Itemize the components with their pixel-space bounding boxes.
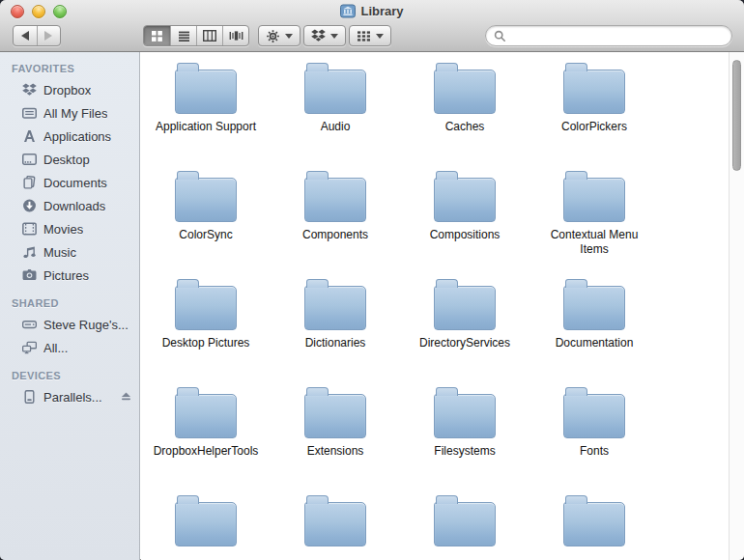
library-folder-icon [340, 4, 356, 18]
folder-icon [175, 394, 237, 438]
eject-icon[interactable] [121, 392, 131, 402]
back-button[interactable] [14, 26, 37, 45]
folder-label: Desktop Pictures [162, 336, 250, 350]
search-field[interactable] [485, 25, 732, 46]
scrollbar[interactable] [729, 52, 744, 560]
zoom-button[interactable] [53, 5, 67, 18]
back-arrow-icon [21, 31, 29, 41]
folder-label: Filesystems [434, 444, 495, 459]
sidebar-item[interactable]: Downloads [0, 194, 139, 217]
coverflow-view-button[interactable] [222, 26, 248, 45]
folder-icon [434, 286, 496, 330]
folder-item[interactable]: Documentation [529, 272, 659, 380]
icon-view-button[interactable] [144, 26, 170, 45]
traffic-lights [11, 5, 67, 18]
sidebar-item[interactable]: Dropbox [0, 78, 139, 101]
folder-item[interactable]: DirectoryServices [400, 272, 529, 380]
folder-label: DirectoryServices [419, 336, 510, 350]
folder-item[interactable]: Application Support [141, 56, 271, 164]
folder-icon [304, 502, 366, 546]
folder-icon [563, 70, 625, 114]
coverflow-view-icon [229, 30, 243, 42]
column-view-button[interactable] [196, 26, 222, 45]
dropdown-caret-icon [376, 34, 384, 39]
sidebar-item[interactable]: Music [0, 240, 139, 264]
sidebar-item[interactable]: All... [0, 336, 139, 359]
sidebar-item[interactable]: Pictures [0, 264, 139, 287]
sidebar-item[interactable]: Movies [0, 217, 139, 240]
folder-item[interactable] [141, 489, 271, 560]
applications-icon [21, 129, 37, 143]
sidebar: FAVORITES Dropbox All My Files [0, 52, 140, 560]
search-icon [494, 30, 506, 42]
scrollbar-thumb[interactable] [732, 60, 741, 171]
folder-view: Application Support Audio Caches ColorPi… [141, 52, 730, 560]
folder-item[interactable]: ColorSync [141, 164, 271, 272]
sidebar-item[interactable]: Applications [0, 125, 139, 148]
dropbox-menu-button[interactable] [303, 25, 346, 46]
folder-item[interactable] [400, 489, 529, 560]
sidebar-section-favorites: FAVORITES Dropbox All My Files [0, 61, 139, 287]
folder-icon [175, 178, 237, 222]
action-menu-button[interactable] [258, 25, 300, 46]
forward-arrow-icon [44, 31, 52, 41]
dropdown-caret-icon [330, 34, 338, 39]
folder-item[interactable]: Audio [271, 56, 400, 164]
close-button[interactable] [11, 5, 24, 18]
sidebar-section-header: DEVICES [0, 368, 139, 385]
folder-item[interactable]: Desktop Pictures [141, 272, 271, 380]
window-chrome: Library [0, 0, 744, 52]
arrange-menu-button[interactable] [349, 25, 391, 46]
sidebar-item[interactable]: Documents [0, 171, 139, 194]
folder-label: Contextual Menu Items [537, 228, 651, 257]
documents-icon [21, 176, 37, 189]
forward-button[interactable] [37, 26, 60, 45]
sidebar-item[interactable]: Steve Ruge's... [0, 313, 139, 336]
nav-buttons [13, 25, 61, 46]
list-view-icon [178, 30, 190, 42]
sidebar-item[interactable]: Parallels... [0, 385, 139, 408]
folder-label: Application Support [156, 120, 256, 134]
folder-item[interactable]: Dictionaries [271, 272, 400, 380]
folder-item[interactable]: Fonts [529, 380, 659, 489]
folder-item[interactable]: Caches [400, 56, 529, 164]
sidebar-item-label: Pictures [43, 268, 89, 283]
sidebar-section-header: SHARED [0, 295, 139, 313]
folder-item[interactable] [529, 489, 659, 560]
sidebar-item[interactable]: All My Files [0, 101, 139, 125]
folder-item[interactable]: ColorPickers [529, 56, 659, 164]
folder-item[interactable]: Contextual Menu Items [529, 164, 659, 272]
sidebar-item[interactable]: Desktop [0, 148, 139, 171]
music-icon [21, 245, 37, 259]
folder-label: Extensions [307, 444, 364, 459]
dropdown-caret-icon [285, 34, 293, 39]
sidebar-item-label: Music [43, 245, 76, 260]
folder-item[interactable]: Filesystems [400, 380, 529, 489]
sidebar-item-label: Documents [43, 176, 107, 190]
sidebar-item-label: Desktop [43, 153, 90, 167]
folder-item[interactable]: Components [271, 164, 400, 272]
folder-item[interactable] [271, 489, 400, 560]
minimize-button[interactable] [32, 5, 45, 18]
folder-item[interactable]: Extensions [271, 380, 400, 489]
search-input[interactable] [510, 28, 724, 44]
window-title: Library [360, 4, 403, 18]
list-view-button[interactable] [170, 26, 196, 45]
folder-item[interactable]: DropboxHelperTools [141, 380, 271, 489]
folder-icon [563, 502, 625, 546]
folder-grid: Application Support Audio Caches ColorPi… [141, 52, 730, 560]
folder-label: ColorSync [179, 228, 232, 242]
movies-icon [21, 222, 37, 236]
folder-icon [304, 394, 366, 438]
gear-icon [266, 29, 280, 43]
folder-item[interactable]: Compositions [400, 164, 529, 272]
toolbar [0, 21, 744, 51]
all-my-files-icon [21, 106, 37, 120]
folder-label: Caches [445, 120, 485, 134]
sidebar-section-header: FAVORITES [0, 61, 139, 78]
titlebar[interactable]: Library [0, 0, 744, 21]
sidebar-item-label: Movies [43, 222, 83, 237]
folder-label: Documentation [556, 336, 634, 350]
folder-icon [304, 286, 366, 330]
folder-icon [434, 178, 496, 222]
